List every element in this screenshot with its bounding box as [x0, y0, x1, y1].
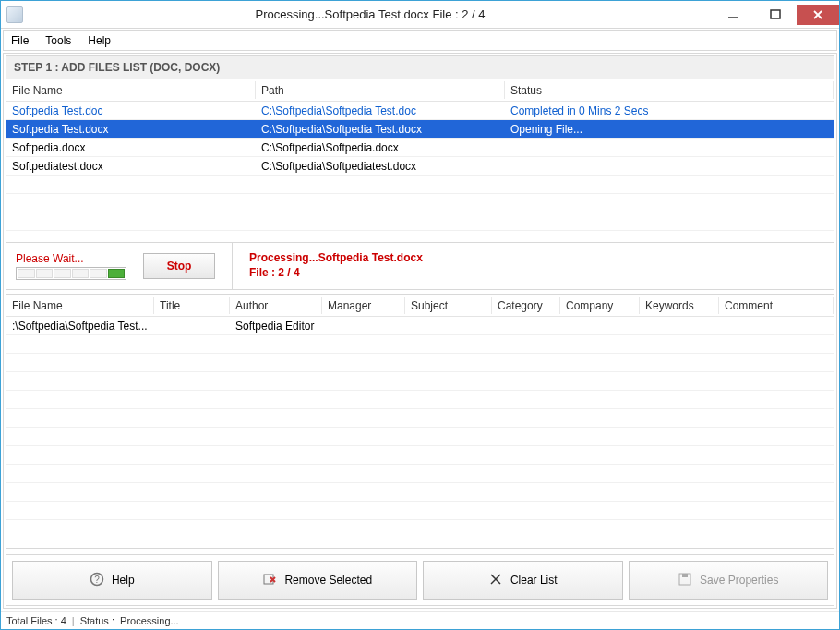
- col2-filename[interactable]: File Name: [6, 297, 154, 314]
- status-value: Processing...: [120, 615, 179, 626]
- processing-line2: File : 2 / 4: [249, 266, 423, 281]
- remove-selected-label: Remove Selected: [284, 574, 372, 587]
- col2-subject[interactable]: Subject: [405, 297, 492, 314]
- table-row-empty: [6, 483, 834, 502]
- col2-category[interactable]: Category: [492, 297, 560, 314]
- table-row-empty: [6, 335, 834, 354]
- cell-status: Opening File...: [505, 123, 791, 136]
- col-filename[interactable]: File Name: [6, 81, 256, 99]
- cell-status: Completed in 0 Mins 2 Secs: [505, 104, 834, 117]
- statusbar: Total Files : 4 | Status : Processing...: [1, 611, 839, 629]
- progress-bar: [16, 267, 126, 280]
- divider: [232, 243, 233, 289]
- content-area: STEP 1 : ADD FILES LIST (DOC, DOCX) File…: [3, 53, 837, 609]
- col-status[interactable]: Status: [505, 81, 834, 99]
- button-row: ? Help Remove Selected Clear List Save P…: [6, 554, 834, 606]
- table-row[interactable]: :\Softpedia\Softpedia Test...Softpedia E…: [6, 317, 834, 335]
- table-row-empty: [6, 446, 834, 465]
- table-row[interactable]: Softpedia.docxC:\Softpedia\Softpedia.doc…: [6, 139, 834, 157]
- cell-path: C:\Softpedia\Softpedia.docx: [256, 141, 505, 154]
- cell-author: Softpedia Editor: [230, 320, 322, 333]
- table-row-empty: [6, 194, 834, 212]
- processing-line1: Processing...Softpedia Test.docx: [249, 251, 423, 266]
- col2-keywords[interactable]: Keywords: [640, 297, 719, 314]
- minimize-button[interactable]: [712, 5, 754, 25]
- table-row[interactable]: Softpediatest.docxC:\Softpedia\Softpedia…: [6, 157, 834, 176]
- cell-path: C:\Softpedia\Softpedia Test.docx: [256, 123, 505, 136]
- table-row-empty: [6, 354, 834, 372]
- table-row-empty: [6, 502, 834, 520]
- help-button[interactable]: ? Help: [12, 561, 212, 600]
- cell-filename: :\Softpedia\Softpedia Test...: [6, 320, 154, 333]
- help-icon: ?: [90, 572, 104, 589]
- menu-file[interactable]: File: [11, 34, 29, 47]
- clear-list-button[interactable]: Clear List: [423, 561, 623, 600]
- processing-status: Processing...Softpedia Test.docx File : …: [249, 251, 423, 280]
- table-row-empty: [6, 428, 834, 446]
- col-path[interactable]: Path: [256, 81, 505, 99]
- please-wait-label: Please Wait...: [16, 252, 126, 265]
- save-properties-button[interactable]: Save Properties: [629, 561, 829, 600]
- col2-author[interactable]: Author: [230, 297, 322, 314]
- save-properties-label: Save Properties: [700, 574, 778, 587]
- files-table: File Name Path Status Softpedia Test.doc…: [6, 79, 834, 236]
- remove-selected-button[interactable]: Remove Selected: [218, 561, 418, 600]
- status-total-files: Total Files : 4: [6, 615, 66, 626]
- menubar: File Tools Help: [3, 30, 837, 51]
- step-header: STEP 1 : ADD FILES LIST (DOC, DOCX): [6, 55, 834, 79]
- menu-tools[interactable]: Tools: [45, 34, 71, 47]
- properties-table: File Name Title Author Manager Subject C…: [6, 294, 834, 549]
- app-icon: [6, 6, 23, 23]
- remove-icon: [262, 572, 277, 589]
- menu-help[interactable]: Help: [88, 34, 111, 47]
- cell-path: C:\Softpedia\Softpediatest.docx: [256, 160, 505, 173]
- cell-filename: Softpedia Test.docx: [6, 123, 256, 136]
- cell-filename: Softpedia Test.doc: [6, 104, 256, 117]
- help-button-label: Help: [112, 574, 135, 587]
- table-row-empty: [6, 391, 834, 409]
- cell-filename: Softpedia.docx: [6, 141, 256, 154]
- progress-panel: Please Wait... Stop Processing...Softped…: [6, 242, 834, 290]
- table-row-empty: [6, 176, 834, 194]
- status-label: Status :: [80, 615, 114, 626]
- col2-comment[interactable]: Comment: [719, 297, 834, 314]
- table-row[interactable]: Softpedia Test.docxC:\Softpedia\Softpedi…: [6, 120, 834, 139]
- clear-icon: [488, 572, 503, 589]
- close-button[interactable]: [797, 5, 839, 25]
- files-table-header: File Name Path Status: [6, 79, 834, 102]
- table-row[interactable]: Softpedia Test.docC:\Softpedia\Softpedia…: [6, 102, 834, 120]
- col2-manager[interactable]: Manager: [322, 297, 405, 314]
- cell-filename: Softpediatest.docx: [6, 160, 256, 173]
- svg-rect-12: [682, 574, 688, 577]
- table-row-empty: [6, 409, 834, 428]
- cell-path: C:\Softpedia\Softpedia Test.doc: [256, 104, 505, 117]
- col2-title[interactable]: Title: [154, 297, 230, 314]
- window-controls: [712, 5, 839, 25]
- table-row-empty: [6, 465, 834, 483]
- maximize-button[interactable]: [754, 5, 797, 25]
- save-icon: [678, 572, 692, 589]
- titlebar: Processing...Softpedia Test.docx File : …: [1, 1, 839, 29]
- col2-company[interactable]: Company: [560, 297, 640, 314]
- properties-table-header: File Name Title Author Manager Subject C…: [6, 295, 834, 317]
- clear-list-label: Clear List: [510, 574, 558, 587]
- stop-button[interactable]: Stop: [143, 253, 215, 279]
- svg-text:?: ?: [94, 575, 100, 585]
- window-title: Processing...Softpedia Test.docx File : …: [29, 7, 712, 21]
- table-row-empty: [6, 372, 834, 391]
- table-row-empty: [6, 212, 834, 231]
- svg-rect-1: [771, 10, 780, 18]
